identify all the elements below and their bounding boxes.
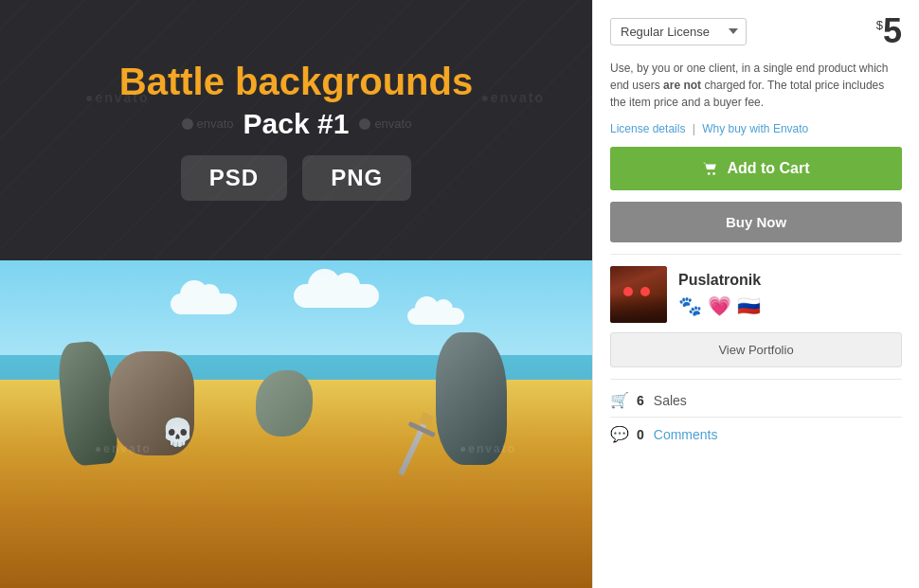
png-badge: PNG (302, 155, 411, 201)
license-select[interactable]: Regular License Extended License (610, 18, 747, 45)
author-card: Puslatronik 🐾 💗 🇷🇺 View Portfolio (610, 266, 902, 367)
price-amount: 5 (883, 11, 902, 50)
product-title-orange: Battle backgrounds (119, 61, 473, 103)
sales-label: Sales (654, 393, 687, 408)
product-panel: ●envato ●envato Battle backgrounds envat… (0, 0, 592, 588)
watermark-top-left: ●envato (85, 90, 150, 105)
author-details: Puslatronik 🐾 💗 🇷🇺 (678, 272, 761, 317)
format-badges-row: PSD PNG (181, 155, 411, 201)
skull-icon: 💀 (161, 417, 194, 448)
svg-point-2 (708, 172, 711, 175)
divider-2 (610, 379, 902, 380)
right-panel: Regular License Extended License $5 Use,… (592, 0, 919, 588)
why-envato-link[interactable]: Why buy with Envato (702, 122, 808, 135)
cloud-2 (294, 284, 379, 308)
cloud-1 (171, 294, 237, 314)
license-row: Regular License Extended License $5 (610, 14, 902, 48)
scene-watermark-left: ●envato (95, 442, 152, 455)
title-row-2: envato Pack #1 envato (181, 108, 412, 140)
svg-point-3 (713, 172, 716, 175)
price-symbol: $ (876, 18, 883, 32)
envato-icon-right: envato (358, 116, 411, 131)
badge-flag-icon: 🇷🇺 (737, 294, 761, 317)
author-avatar (610, 266, 667, 323)
product-title-white: Pack #1 (243, 108, 350, 140)
divider-1 (610, 254, 902, 255)
stats-section: 🛒 6 Sales 💬 0 Comments (610, 391, 902, 443)
cart-icon (702, 161, 719, 176)
watermark-top-right: ●envato (480, 90, 545, 105)
buy-now-button[interactable]: Buy Now (610, 202, 902, 242)
license-links: License details | Why buy with Envato (610, 122, 902, 135)
comments-count: 0 (637, 427, 644, 442)
svg-point-1 (359, 118, 370, 130)
divider-3 (610, 417, 902, 418)
author-badges: 🐾 💗 🇷🇺 (678, 294, 761, 317)
comments-bubble-icon: 💬 (610, 425, 629, 443)
license-description: Use, by you or one client, in a single e… (610, 60, 902, 111)
rock-mid (256, 370, 313, 437)
envato-icon-left: envato (181, 116, 234, 131)
author-name: Puslatronik (678, 272, 761, 289)
author-info: Puslatronik 🐾 💗 🇷🇺 (610, 266, 902, 323)
product-header: ●envato ●envato Battle backgrounds envat… (0, 0, 592, 260)
add-to-cart-button[interactable]: Add to Cart (610, 147, 902, 190)
title-row-1: Battle backgrounds (119, 61, 473, 103)
sales-count: 6 (637, 393, 644, 408)
cloud-3 (407, 308, 464, 325)
price-display: $5 (876, 14, 902, 48)
avatar-fur (610, 294, 667, 323)
psd-badge: PSD (181, 155, 287, 201)
sales-stat: 🛒 6 Sales (610, 391, 902, 409)
product-scene: 💀 ●envato ●envato (0, 260, 592, 588)
add-to-cart-label: Add to Cart (727, 160, 809, 177)
avatar-image (610, 266, 667, 323)
comments-stat: 💬 0 Comments (610, 425, 902, 443)
comments-link[interactable]: Comments (654, 427, 718, 442)
badge-paw-icon: 🐾 (678, 294, 702, 317)
badge-heart-icon: 💗 (708, 294, 731, 317)
sales-cart-icon: 🛒 (610, 391, 629, 409)
scene-watermark-right: ●envato (460, 442, 516, 455)
link-separator: | (693, 122, 698, 135)
svg-point-0 (182, 118, 193, 130)
license-details-link[interactable]: License details (610, 122, 685, 135)
view-portfolio-button[interactable]: View Portfolio (610, 332, 902, 367)
